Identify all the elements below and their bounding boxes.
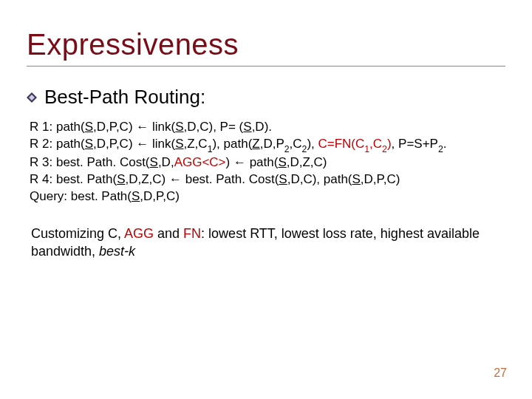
- r4-S3: S: [352, 172, 361, 186]
- query-a: best. Path(: [67, 189, 132, 203]
- rule-r2: R 2: path(S,D,P,C) ← link(S,Z,C1), path(…: [30, 136, 505, 154]
- rule-r4: R 4: best. Path(S,D,Z,C) ← best. Path. C…: [30, 171, 505, 188]
- r2-fn-a: C=FN(C: [318, 137, 364, 151]
- r3-c: ) ← path(: [226, 155, 279, 169]
- r2-c2a: 2: [302, 144, 307, 154]
- r1-S3: S: [243, 120, 251, 134]
- r2-Z: Z: [252, 137, 259, 151]
- r2-p2: 2: [284, 144, 290, 154]
- r3-agg: AGG<C>: [174, 155, 226, 169]
- customizing-note: Customizing C, AGG and FN: lowest RTT, l…: [31, 225, 505, 261]
- query-b: ,D,P,C): [140, 189, 180, 203]
- r1-t4: ,D,C), P= (: [184, 120, 244, 134]
- r2-c1: 1: [208, 144, 213, 154]
- r2-S1: S: [85, 137, 93, 151]
- r4-b: ,D,Z,C) ← best. Path. Cost(: [125, 172, 279, 186]
- note-fn: FN: [183, 226, 201, 241]
- slide: Expressiveness Best-Path Routing: R 1: p…: [0, 0, 532, 399]
- r2-p2b: 2: [438, 144, 443, 154]
- r1-S2: S: [175, 120, 183, 134]
- note-agg: AGG: [124, 226, 154, 241]
- r4-S1: S: [117, 172, 125, 186]
- rule-r3: R 3: best. Path. Cost(S,D,AGG<C>) ← path…: [30, 154, 505, 171]
- r2-label: R 2:: [30, 137, 52, 151]
- r1-t0: path(: [56, 120, 85, 134]
- r2-tail-a: , P=S+P: [392, 137, 438, 151]
- r4-label: R 4:: [30, 172, 52, 186]
- r2-m2: ,D,P: [260, 137, 284, 151]
- rule-query: Query: best. Path(S,D,P,C): [30, 188, 505, 205]
- r3-S2: S: [278, 155, 286, 169]
- diamond-bullet-icon: [27, 92, 37, 103]
- r2-a4: ,Z,C: [184, 137, 208, 151]
- r2-a0: path(: [56, 137, 85, 151]
- r3-a: best. Path. Cost(: [56, 155, 150, 169]
- r1-S1: S: [85, 120, 93, 134]
- sub-heading-row: Best-Path Routing:: [27, 86, 505, 109]
- note-mid: and: [154, 226, 183, 241]
- query-S: S: [132, 189, 140, 203]
- title-rule: [27, 66, 505, 66]
- r2-m1: ), path(: [212, 137, 252, 151]
- r2-a2: ,D,P,C) ← link(: [93, 137, 175, 151]
- r3-b: ,D,: [158, 155, 174, 169]
- sub-heading: Best-Path Routing:: [44, 86, 205, 109]
- page-number: 27: [494, 366, 507, 380]
- query-label: Query:: [30, 189, 67, 203]
- r4-S2: S: [279, 172, 287, 186]
- r3-d: ,D,Z,C): [287, 155, 327, 169]
- r1-label: R 1:: [30, 120, 52, 134]
- r4-d: ,D,P,C): [361, 172, 400, 186]
- note-bestk: best-k: [99, 244, 135, 259]
- r2-tail-b: .: [443, 137, 447, 151]
- r1-t6: ,D).: [252, 120, 272, 134]
- r2-fn-c1: 1: [364, 144, 369, 154]
- r2-m3: ,C: [290, 137, 302, 151]
- r2-fn-m: ,C: [369, 137, 382, 151]
- slide-title: Expressiveness: [27, 28, 505, 61]
- r3-label: R 3:: [30, 155, 52, 169]
- r2-m4: ),: [307, 137, 318, 151]
- r4-c: ,D,C), path(: [287, 172, 352, 186]
- rule-r1: R 1: path(S,D,P,C) ← link(S,D,C), P= (S,…: [30, 119, 505, 136]
- r1-t2: ,D,P,C) ← link(: [93, 120, 175, 134]
- r4-a: best. Path(: [56, 172, 117, 186]
- rules-block: R 1: path(S,D,P,C) ← link(S,D,C), P= (S,…: [30, 119, 505, 205]
- r2-S2: S: [175, 137, 183, 151]
- r3-S1: S: [150, 155, 158, 169]
- r2-fn-c2: 2: [382, 144, 387, 154]
- note-prefix: Customizing C,: [31, 226, 124, 241]
